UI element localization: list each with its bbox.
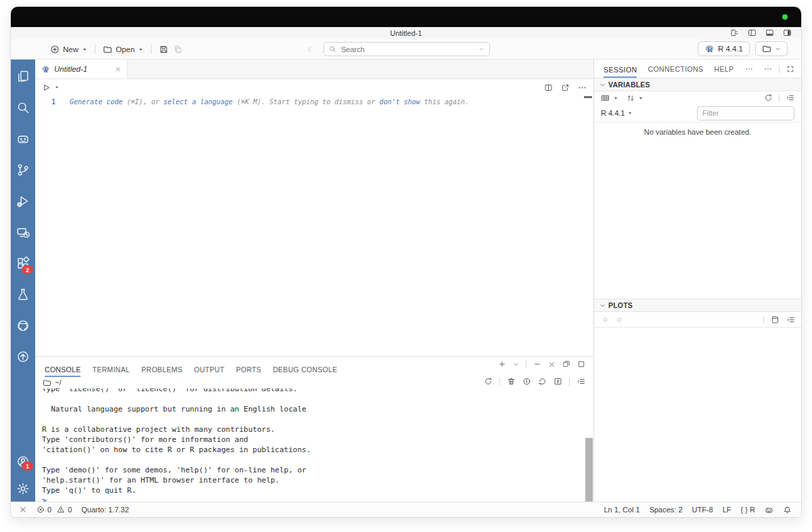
tab-connections[interactable]: CONNECTIONS — [648, 65, 703, 73]
activitybar-publish[interactable] — [11, 341, 35, 372]
tab-problems[interactable]: PROBLEMS — [141, 365, 183, 374]
tab-console[interactable]: CONSOLE — [45, 365, 81, 377]
editor-and-panel: R Untitled-1 1 — [35, 60, 593, 502]
new-console-icon[interactable] — [498, 360, 506, 368]
refresh-icon[interactable] — [484, 377, 493, 386]
copy-icon[interactable] — [173, 45, 183, 54]
copilot-icon[interactable] — [765, 506, 773, 514]
console-output[interactable]: Type 'license()' or 'licence()' for dist… — [35, 389, 593, 502]
activitybar-sessions[interactable] — [11, 217, 35, 248]
refresh-icon[interactable] — [764, 93, 773, 102]
back-icon[interactable] — [306, 45, 314, 53]
activitybar-extensions[interactable]: 2 — [11, 248, 35, 279]
cursor-position[interactable]: Ln 1, Col 1 — [604, 506, 639, 514]
chevron-down-icon — [775, 46, 781, 52]
open-plot-window-icon[interactable] — [771, 315, 780, 324]
encoding[interactable]: UTF-8 — [692, 506, 713, 514]
variables-section-header[interactable]: VARIABLES — [594, 78, 801, 91]
toggle-sidebar-icon[interactable] — [748, 28, 757, 37]
activitybar-explorer[interactable] — [11, 61, 35, 92]
global-search-box[interactable] — [323, 42, 490, 56]
eol-type[interactable]: LF — [723, 506, 731, 514]
tab-debug-console[interactable]: DEBUG CONSOLE — [273, 365, 338, 374]
activitybar-search[interactable] — [11, 92, 35, 123]
activitybar-settings[interactable] — [11, 475, 35, 502]
tab-terminal[interactable]: TERMINAL — [92, 365, 130, 374]
title-bar: Untitled-1 — [11, 27, 801, 39]
toggle-secondary-sidebar-icon[interactable] — [783, 28, 792, 37]
move-console-icon[interactable] — [554, 377, 562, 386]
open-in-window-icon[interactable] — [561, 83, 570, 92]
run-icon[interactable] — [42, 83, 51, 92]
tab-help[interactable]: HELP — [714, 65, 734, 73]
restore-panel-icon[interactable] — [562, 360, 570, 368]
expand-panel-icon[interactable] — [786, 65, 794, 73]
variables-sort-button[interactable] — [627, 94, 644, 102]
quarto-version[interactable]: Quarto: 1.7.32 — [81, 506, 129, 514]
chevron-down-icon[interactable] — [478, 46, 484, 52]
new-button[interactable]: New — [50, 45, 87, 54]
activitybar-testing[interactable] — [11, 279, 35, 310]
folder-icon — [43, 378, 51, 387]
more-tabs-icon[interactable] — [745, 65, 753, 73]
editor-toolbar — [35, 79, 593, 95]
minimize-panel-icon[interactable] — [533, 360, 541, 368]
workspace-folder-button[interactable] — [755, 41, 788, 56]
collapse-panel-icon[interactable] — [786, 93, 794, 102]
working-directory[interactable]: ~/ — [55, 378, 61, 386]
editor-body[interactable]: 1 Generate code (⌘I), or select a langua… — [35, 95, 593, 356]
previous-plot-icon[interactable] — [600, 315, 609, 324]
activitybar-github[interactable] — [11, 310, 35, 341]
error-count: 0 — [47, 506, 51, 514]
next-plot-icon[interactable] — [616, 315, 625, 324]
indentation[interactable]: Spaces: 2 — [650, 506, 683, 514]
editor-tab-untitled-1[interactable]: R Untitled-1 — [35, 60, 128, 79]
collapse-panel-icon[interactable] — [786, 315, 795, 324]
problems-status[interactable]: 0 0 — [37, 506, 72, 514]
activitybar-source-control[interactable] — [11, 154, 35, 185]
select-language-link[interactable]: select a language — [164, 98, 233, 106]
plots-title: PLOTS — [608, 301, 633, 309]
bell-icon[interactable] — [783, 506, 792, 514]
open-button[interactable]: Open — [103, 45, 143, 54]
save-icon[interactable] — [159, 45, 168, 54]
console-output-text: Type 'license()' or 'licence()' for dist… — [42, 389, 593, 495]
activitybar-assistant[interactable] — [11, 123, 35, 154]
split-editor-icon[interactable] — [544, 83, 553, 92]
activity-bar: 2 1 — [11, 60, 35, 502]
bottom-panel: CONSOLE TERMINAL PROBLEMS OUTPUT PORTS D… — [35, 356, 593, 502]
new-icon — [50, 45, 60, 54]
remote-indicator-icon[interactable] — [19, 506, 27, 514]
customize-layout-icon[interactable] — [730, 28, 739, 37]
variables-title: VARIABLES — [608, 81, 650, 89]
toggle-panel-icon[interactable] — [765, 28, 774, 37]
language-mode[interactable]: { } R — [741, 506, 755, 514]
close-icon[interactable] — [115, 66, 121, 72]
collapse-panel-icon[interactable] — [577, 377, 585, 386]
robot-icon — [16, 132, 30, 146]
console-scrollbar[interactable] — [585, 438, 593, 502]
runtime-selector[interactable]: R 4.4.1 — [601, 109, 625, 117]
variables-view-mode-button[interactable] — [601, 93, 618, 102]
interpreter-selector[interactable]: R R 4.4.1 — [698, 41, 750, 56]
chevron-down-icon[interactable] — [54, 85, 60, 90]
tab-output[interactable]: OUTPUT — [194, 365, 225, 374]
generate-code-link[interactable]: Generate code — [70, 98, 122, 106]
more-actions-icon[interactable] — [764, 65, 772, 73]
chevron-down-icon — [600, 82, 606, 88]
close-panel-icon[interactable] — [548, 361, 556, 368]
activitybar-run-debug[interactable] — [11, 185, 35, 217]
dont-show-link[interactable]: don't show — [380, 98, 420, 106]
chevron-down-icon[interactable] — [513, 361, 519, 368]
more-actions-icon[interactable] — [578, 83, 587, 92]
variables-filter-input[interactable] — [697, 106, 794, 120]
plots-section-header[interactable]: PLOTS — [594, 298, 801, 312]
tab-ports[interactable]: PORTS — [236, 365, 261, 374]
info-icon[interactable] — [522, 377, 531, 386]
tab-session[interactable]: SESSION — [604, 62, 637, 78]
restart-icon[interactable] — [538, 377, 547, 386]
trash-icon[interactable] — [507, 377, 516, 386]
activitybar-accounts[interactable]: 1 — [11, 448, 35, 475]
maximize-panel-icon[interactable] — [577, 360, 585, 368]
search-input[interactable] — [340, 45, 475, 54]
